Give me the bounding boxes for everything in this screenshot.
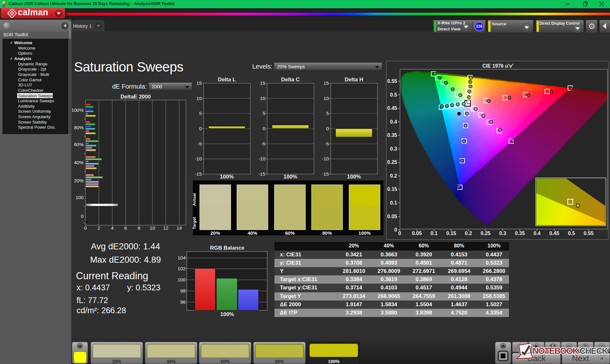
- svg-text:10: 10: [260, 96, 265, 101]
- svg-text:-10: -10: [258, 156, 265, 161]
- svg-text:-10: -10: [322, 156, 329, 161]
- svg-text:0.2: 0.2: [390, 173, 397, 179]
- svg-text:-15: -15: [322, 171, 329, 177]
- svg-text:0.35: 0.35: [515, 231, 525, 236]
- svg-text:0.55: 0.55: [584, 231, 593, 236]
- svg-text:0: 0: [84, 225, 87, 231]
- svg-text:100%: 100%: [347, 174, 361, 180]
- svg-text:-15: -15: [258, 171, 265, 177]
- svg-text:-5: -5: [198, 141, 202, 146]
- svg-text:100: 100: [178, 277, 186, 282]
- svg-text:10: 10: [196, 96, 202, 101]
- svg-text:15: 15: [196, 80, 202, 86]
- svg-text:0.45: 0.45: [387, 105, 397, 111]
- svg-text:0: 0: [263, 126, 265, 131]
- svg-text:102: 102: [178, 266, 186, 271]
- svg-text:104: 104: [178, 255, 186, 260]
- svg-text:NOTEBOOK: NOTEBOOK: [532, 346, 579, 356]
- svg-text:0.25: 0.25: [481, 231, 491, 236]
- svg-text:0.2: 0.2: [465, 231, 472, 236]
- svg-text:0.1: 0.1: [430, 231, 437, 236]
- svg-text:0.15: 0.15: [446, 231, 456, 236]
- svg-text:0.05: 0.05: [387, 214, 397, 219]
- svg-text:10: 10: [323, 96, 329, 101]
- svg-text:100: 100: [76, 195, 84, 200]
- svg-text:0: 0: [394, 227, 397, 233]
- svg-text:RGB Balance: RGB Balance: [210, 245, 244, 251]
- svg-text:0.35: 0.35: [387, 132, 397, 138]
- svg-text:Delta H: Delta H: [345, 77, 363, 83]
- svg-text:80%: 80%: [74, 125, 84, 130]
- svg-text:0.1: 0.1: [390, 200, 397, 206]
- svg-text:0.3: 0.3: [499, 231, 506, 236]
- svg-text:-5: -5: [261, 141, 265, 146]
- svg-text:-10: -10: [195, 156, 202, 161]
- svg-text:CHECK: CHECK: [580, 346, 608, 356]
- svg-text:60%: 60%: [74, 142, 84, 147]
- svg-text:DeltaE 2000: DeltaE 2000: [120, 94, 151, 100]
- svg-text:100%: 100%: [220, 174, 234, 180]
- svg-text:2: 2: [98, 225, 100, 231]
- svg-text:10: 10: [150, 225, 155, 231]
- svg-text:8: 8: [138, 225, 140, 231]
- svg-text:98: 98: [180, 288, 186, 293]
- svg-text:-15: -15: [195, 171, 202, 177]
- svg-text:0.4: 0.4: [390, 119, 397, 125]
- svg-text:Delta L: Delta L: [218, 77, 236, 83]
- svg-text:CIE 1976 u'v': CIE 1976 u'v': [482, 63, 513, 69]
- svg-text:5: 5: [199, 111, 202, 116]
- svg-text:12: 12: [163, 225, 168, 231]
- svg-text:5: 5: [326, 111, 329, 116]
- svg-text:0.55: 0.55: [387, 78, 397, 84]
- svg-text:0.5: 0.5: [568, 231, 575, 236]
- svg-text:0.3: 0.3: [390, 146, 397, 152]
- svg-text:0.25: 0.25: [387, 159, 397, 165]
- svg-text:6: 6: [124, 225, 127, 231]
- svg-text:0: 0: [326, 126, 329, 131]
- svg-text:100%: 100%: [71, 107, 84, 113]
- svg-text:Delta C: Delta C: [281, 77, 300, 83]
- svg-text:0: 0: [199, 126, 202, 131]
- svg-text:5: 5: [263, 111, 265, 116]
- svg-text:100%: 100%: [283, 174, 297, 180]
- svg-text:15: 15: [260, 80, 265, 86]
- svg-text:0.5: 0.5: [390, 92, 397, 98]
- svg-text:96: 96: [180, 299, 186, 305]
- svg-text:0: 0: [81, 213, 84, 219]
- svg-text:4: 4: [111, 225, 113, 231]
- svg-text:14: 14: [177, 225, 182, 231]
- svg-text:0.4: 0.4: [533, 231, 540, 236]
- svg-text:0.05: 0.05: [412, 231, 422, 236]
- svg-text:0.45: 0.45: [549, 231, 559, 236]
- svg-text:15: 15: [323, 80, 329, 86]
- svg-text:40%: 40%: [74, 160, 84, 165]
- svg-text:20%: 20%: [74, 178, 84, 183]
- svg-text:100%: 100%: [220, 311, 234, 317]
- svg-text:-5: -5: [325, 141, 329, 146]
- svg-text:0: 0: [398, 231, 401, 236]
- svg-text:0.15: 0.15: [387, 186, 397, 192]
